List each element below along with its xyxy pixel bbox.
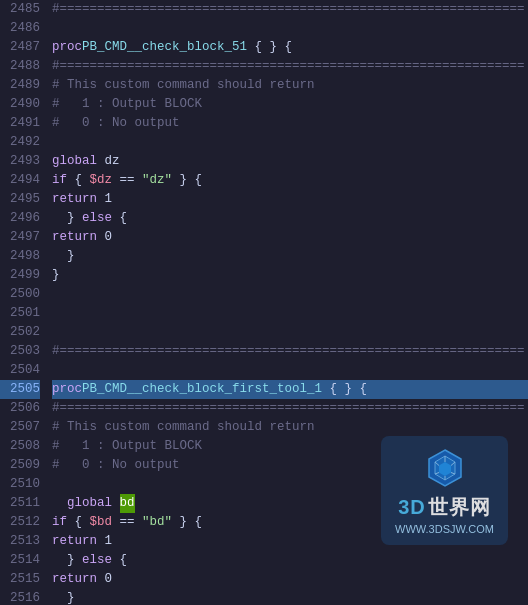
line-number: 2498: [0, 247, 40, 266]
code-line: global bd: [52, 494, 528, 513]
line-number: 2500: [0, 285, 40, 304]
line-number: 2495: [0, 190, 40, 209]
code-line: } else {: [52, 209, 528, 228]
code-line: proc PB_CMD__check_block_51 { } {: [52, 38, 528, 57]
comment-separator: #=======================================…: [52, 57, 525, 76]
code-line: # 0 : No output: [52, 456, 528, 475]
code-line: [52, 133, 528, 152]
line-number: 2506: [0, 399, 40, 418]
line-number: 2510: [0, 475, 40, 494]
line-number: 2514: [0, 551, 40, 570]
comment-separator: #=======================================…: [52, 342, 525, 361]
comment-text: # This custom command should return: [52, 76, 315, 95]
line-number: 2511: [0, 494, 40, 513]
line-number: 2513: [0, 532, 40, 551]
line-number: 2494: [0, 171, 40, 190]
code-line: # 1 : Output BLOCK: [52, 437, 528, 456]
code-line: global dz: [52, 152, 528, 171]
code-line: if { $dz == "dz" } {: [52, 171, 528, 190]
line-number: 2504: [0, 361, 40, 380]
code-editor: 2485248624872488248924902491249224932494…: [0, 0, 528, 605]
code-line: #=======================================…: [52, 399, 528, 418]
line-number: 2497: [0, 228, 40, 247]
code-line: return 1: [52, 190, 528, 209]
line-number: 2496: [0, 209, 40, 228]
code-line: [52, 304, 528, 323]
code-line: [52, 323, 528, 342]
comment-text: # This custom command should return: [52, 418, 315, 437]
line-number: 2490: [0, 95, 40, 114]
code-line: }: [52, 266, 528, 285]
code-line: return 1: [52, 532, 528, 551]
line-number: 2486: [0, 19, 40, 38]
line-number: 2501: [0, 304, 40, 323]
line-numbers: 2485248624872488248924902491249224932494…: [0, 0, 48, 605]
line-number: 2507: [0, 418, 40, 437]
line-number: 2493: [0, 152, 40, 171]
line-number: 2502: [0, 323, 40, 342]
comment-text: # 1 : Output BLOCK: [52, 95, 202, 114]
highlighted-variable: bd: [120, 494, 135, 513]
code-line: # 1 : Output BLOCK: [52, 95, 528, 114]
comment-text: # 0 : No output: [52, 114, 180, 133]
code-line: # This custom command should return: [52, 418, 528, 437]
code-content[interactable]: #=======================================…: [48, 0, 528, 605]
line-number: 2512: [0, 513, 40, 532]
line-number: 2491: [0, 114, 40, 133]
comment-text: # 1 : Output BLOCK: [52, 437, 202, 456]
code-line: }: [52, 247, 528, 266]
line-number: 2503: [0, 342, 40, 361]
line-number: 2488: [0, 57, 40, 76]
code-line: proc PB_CMD__check_block_first_tool_1 { …: [52, 380, 528, 399]
line-number: 2515: [0, 570, 40, 589]
line-number: 2516: [0, 589, 40, 605]
line-number: 2508: [0, 437, 40, 456]
code-line: #=======================================…: [52, 0, 528, 19]
comment-text: # 0 : No output: [52, 456, 180, 475]
code-line: if { $bd == "bd" } {: [52, 513, 528, 532]
line-number: 2499: [0, 266, 40, 285]
code-line: return 0: [52, 228, 528, 247]
code-line: } else {: [52, 551, 528, 570]
code-line: [52, 19, 528, 38]
code-line: #=======================================…: [52, 342, 528, 361]
code-line: [52, 285, 528, 304]
line-number: 2485: [0, 0, 40, 19]
line-number: 2509: [0, 456, 40, 475]
comment-separator: #=======================================…: [52, 0, 525, 19]
code-line: [52, 361, 528, 380]
comment-separator: #=======================================…: [52, 399, 525, 418]
code-line: [52, 475, 528, 494]
line-number: 2492: [0, 133, 40, 152]
code-line: #=======================================…: [52, 57, 528, 76]
code-line: # This custom command should return: [52, 76, 528, 95]
line-number: 2505: [0, 380, 40, 399]
code-line: # 0 : No output: [52, 114, 528, 133]
line-number: 2489: [0, 76, 40, 95]
code-line: return 0: [52, 570, 528, 589]
code-line: }: [52, 589, 528, 605]
line-number: 2487: [0, 38, 40, 57]
